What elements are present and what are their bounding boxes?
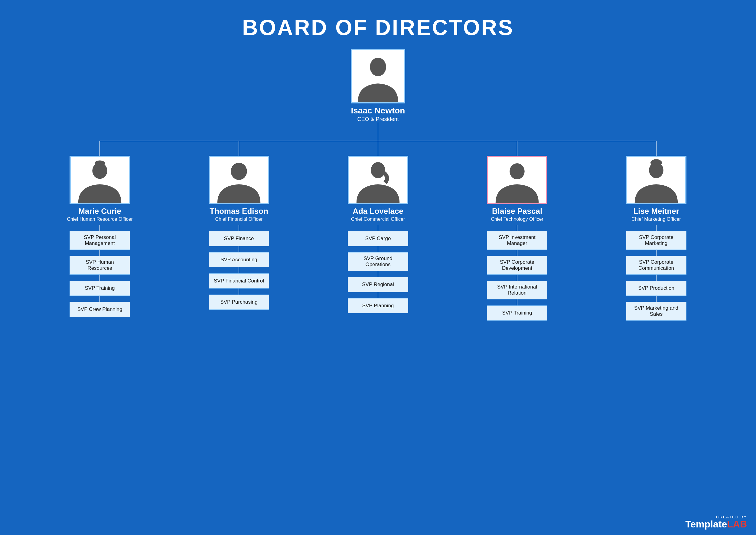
director-col-3: Blaise Pascal Chief Technology Officer S… (451, 141, 584, 321)
director-role-4: Chief Marketing Officer (631, 216, 681, 222)
svg-point-1 (370, 58, 386, 76)
watermark-brand: TemplateLAB (685, 519, 747, 529)
svg-point-8 (371, 162, 385, 178)
director-col-1: Thomas Edison Chief Financial Officer SV… (172, 141, 305, 310)
director-silhouette-2 (349, 157, 407, 203)
svp-vline-2-3 (378, 292, 378, 298)
svp-box-4-0: SVP Corporate Marketing (626, 231, 686, 250)
svp-vline-0-2 (99, 275, 100, 281)
director-card-2: Ada Lovelace Chief Commercial Officer (348, 156, 408, 222)
svg-point-13 (651, 159, 662, 166)
director-avatar-2 (348, 156, 408, 204)
director-card-3: Blaise Pascal Chief Technology Officer (487, 156, 547, 222)
director-card-1: Thomas Edison Chief Financial Officer (209, 156, 269, 222)
svp-box-1-3: SVP Purchasing (209, 295, 269, 310)
director-silhouette-3 (488, 157, 546, 203)
svp-box-4-1: SVP Corporate Communication (626, 256, 686, 275)
svp-box-2-2: SVP Regional (348, 277, 408, 292)
director-role-1: Chief Financial Officer (215, 216, 263, 222)
director-silhouette-1 (210, 157, 268, 203)
page-container: BOARD OF DIRECTORS Isaac Newton CEO & Pr… (0, 0, 756, 535)
ceo-vline (378, 123, 378, 141)
director-name-0: Marie Curie (78, 207, 121, 216)
svp-box-3-2: SVP International Relation (487, 281, 547, 299)
svp-vline-4-0 (656, 225, 657, 231)
director-col-4: Lise Meitner Chief Marketing Officer SVP… (590, 141, 723, 321)
director-card-4: Lise Meitner Chief Marketing Officer (626, 156, 686, 222)
svp-box-2-1: SVP Ground Operations (348, 252, 408, 271)
director-avatar-3 (487, 156, 547, 204)
svp-box-3-0: SVP Investment Manager (487, 231, 547, 250)
svp-vline-1-3 (238, 289, 239, 295)
watermark-lab: LAB (727, 519, 747, 529)
svp-box-3-1: SVP Corporate Development (487, 256, 547, 275)
svg-point-10 (510, 163, 524, 179)
director-col-2: Ada Lovelace Chief Commercial Officer SV… (312, 141, 444, 313)
svp-chain-1: SVP Finance SVP Accounting SVP Financial… (209, 225, 269, 310)
svp-vline-0-3 (99, 296, 100, 302)
branch-vline-0 (99, 141, 100, 156)
director-avatar-0 (70, 156, 130, 204)
director-name-1: Thomas Edison (210, 207, 268, 216)
svp-box-1-2: SVP Financial Control (209, 273, 269, 289)
ceo-name: Isaac Newton (351, 106, 405, 116)
svp-box-0-3: SVP Crew Planning (70, 302, 130, 317)
svp-vline-4-2 (656, 275, 657, 281)
svg-point-6 (231, 163, 247, 180)
svp-chain-3: SVP Investment Manager SVP Corporate Dev… (487, 225, 547, 321)
director-role-0: Chief Human Resource Officer (67, 216, 133, 222)
svp-chain-2: SVP Cargo SVP Ground Operations SVP Regi… (348, 225, 408, 313)
svp-vline-2-1 (378, 246, 378, 252)
branch-vline-1 (238, 141, 239, 156)
director-col-0: Marie Curie Chief Human Resource Officer… (33, 141, 166, 317)
svp-box-4-3: SVP Marketing and Sales (626, 302, 686, 321)
director-silhouette-0 (71, 157, 129, 203)
director-role-2: Chief Commercial Officer (351, 216, 405, 222)
ceo-card: Isaac Newton CEO & President (351, 49, 405, 123)
director-name-3: Blaise Pascal (492, 207, 542, 216)
svp-box-2-3: SVP Planning (348, 298, 408, 313)
svp-box-2-0: SVP Cargo (348, 231, 408, 246)
director-avatar-1 (209, 156, 269, 204)
svp-vline-2-0 (378, 225, 378, 231)
second-level: Marie Curie Chief Human Resource Officer… (30, 141, 726, 321)
svp-chain-4: SVP Corporate Marketing SVP Corporate Co… (626, 225, 686, 321)
svp-box-3-3: SVP Training (487, 305, 547, 321)
svp-vline-0-1 (99, 250, 100, 256)
svp-vline-2-2 (378, 271, 378, 277)
svp-box-1-1: SVP Accounting (209, 252, 269, 268)
svp-box-1-0: SVP Finance (209, 231, 269, 246)
watermark: CREATED BY TemplateLAB (685, 515, 747, 529)
branch-vline-2 (378, 141, 378, 156)
svp-box-0-1: SVP Human Resources (70, 256, 130, 275)
director-role-3: Chief Technology Officer (491, 216, 544, 222)
branch-vline-4 (656, 141, 657, 156)
svp-vline-4-3 (656, 296, 657, 302)
page-title: BOARD OF DIRECTORS (0, 0, 756, 49)
svp-box-0-0: SVP Personal Management (70, 231, 130, 250)
svp-chain-0: SVP Personal Management SVP Human Resour… (70, 225, 130, 317)
org-chart: Isaac Newton CEO & President (0, 49, 756, 321)
svp-vline-3-3 (517, 299, 518, 305)
svp-vline-1-1 (238, 246, 239, 252)
ceo-avatar (351, 49, 405, 103)
svp-vline-1-2 (238, 268, 239, 273)
director-silhouette-4 (627, 157, 685, 203)
svp-vline-3-2 (517, 275, 518, 281)
svp-vline-1-0 (238, 225, 239, 231)
svp-vline-4-1 (656, 250, 657, 256)
svp-box-4-2: SVP Production (626, 281, 686, 296)
svg-point-4 (95, 160, 105, 166)
svp-box-0-2: SVP Training (70, 281, 130, 296)
svp-vline-3-1 (517, 250, 518, 256)
ceo-silhouette (352, 50, 404, 102)
branch-vline-3 (517, 141, 518, 156)
director-card-0: Marie Curie Chief Human Resource Officer (67, 156, 133, 222)
director-name-4: Lise Meitner (633, 207, 679, 216)
svp-vline-3-0 (517, 225, 518, 231)
svp-vline-0-0 (99, 225, 100, 231)
ceo-role: CEO & President (357, 116, 399, 123)
director-avatar-4 (626, 156, 686, 204)
director-name-2: Ada Lovelace (352, 207, 404, 216)
watermark-template: Template (685, 519, 727, 529)
